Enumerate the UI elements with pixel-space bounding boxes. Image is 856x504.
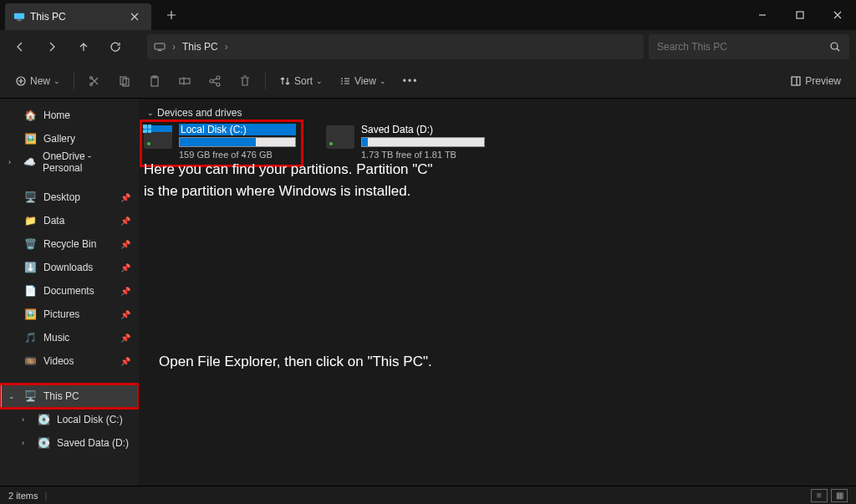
cut-button[interactable] (81, 69, 108, 94)
content-pane: ⌄ Devices and drives Local Disk (C:) 159… (139, 99, 856, 486)
paste-button[interactable] (141, 69, 168, 94)
tab-title: This PC (30, 11, 121, 23)
sidebar-item-downloads[interactable]: ⬇️Downloads📌 (0, 256, 139, 279)
pin-icon: 📌 (120, 310, 130, 319)
chevron-down-icon[interactable]: ⌄ (8, 392, 17, 400)
svg-rect-17 (792, 77, 800, 85)
svg-point-15 (217, 76, 220, 79)
maximize-button[interactable] (781, 0, 818, 30)
sidebar-item-local-disk-c[interactable]: ›💽Local Disk (C:) (0, 408, 139, 431)
chevron-down-icon: ⌄ (147, 109, 154, 117)
pc-path-icon (154, 41, 166, 53)
pin-icon: 📌 (120, 357, 130, 366)
drive-icon: 💽 (37, 413, 50, 426)
sidebar-item-this-pc[interactable]: ⌄🖥️This PC (0, 384, 139, 408)
back-button[interactable] (7, 33, 33, 60)
pc-icon: 🖥️ (23, 389, 37, 403)
chevron-down-icon: ⌄ (316, 77, 323, 85)
toolbar-divider (74, 73, 74, 89)
status-item-count: 2 items (8, 491, 38, 501)
share-button[interactable] (201, 69, 228, 94)
chevron-right-icon[interactable]: › (8, 158, 17, 166)
chevron-right-icon[interactable]: › (22, 415, 30, 424)
close-window-button[interactable] (818, 0, 856, 30)
downloads-icon: ⬇️ (23, 261, 37, 274)
tab-this-pc[interactable]: This PC (5, 3, 151, 30)
chevron-down-icon: ⌄ (54, 77, 60, 85)
drive-name: Local Disk (C:) (179, 124, 296, 135)
new-tab-button[interactable] (161, 5, 181, 25)
sidebar-item-music[interactable]: 🎵Music📌 (0, 326, 139, 349)
new-label: New (30, 75, 50, 87)
group-header-devices[interactable]: ⌄ Devices and drives (147, 107, 848, 119)
new-button[interactable]: New ⌄ (8, 69, 67, 94)
annotation-partitions: Here you can find your partitions. Parti… (144, 159, 445, 203)
music-icon: 🎵 (23, 331, 37, 344)
sidebar-item-home[interactable]: 🏠Home (0, 104, 139, 127)
pin-icon: 📌 (120, 216, 130, 226)
address-bar-row: › This PC › (0, 30, 856, 64)
tiles-view-button[interactable]: ▦ (831, 489, 848, 502)
pin-icon: 📌 (120, 193, 130, 202)
view-label: View (354, 75, 376, 87)
toolbar: New ⌄ Sort ⌄ View ⌄ ••• Preview (0, 64, 856, 99)
details-view-button[interactable]: ≡ (811, 489, 828, 502)
toolbar-divider (265, 73, 266, 89)
address-segment[interactable]: This PC (182, 41, 218, 53)
sidebar: 🏠Home 🖼️Gallery ›☁️OneDrive - Personal 🖥… (0, 99, 139, 486)
search-icon (829, 41, 841, 53)
rename-button[interactable] (171, 69, 198, 94)
chevron-right-icon: › (172, 41, 176, 53)
chevron-right-icon: › (225, 41, 228, 53)
pin-icon: 📌 (120, 263, 130, 272)
pin-icon: 📌 (120, 240, 130, 249)
svg-rect-13 (180, 79, 190, 84)
copy-button[interactable] (111, 69, 138, 94)
chevron-down-icon: ⌄ (380, 77, 386, 85)
close-tab-button[interactable] (126, 8, 143, 25)
preview-button[interactable]: Preview (783, 69, 848, 94)
cloud-icon: ☁️ (23, 155, 36, 169)
sidebar-item-recycle[interactable]: 🗑️Recycle Bin📌 (0, 232, 139, 256)
sidebar-item-data[interactable]: 📁Data📌 (0, 209, 139, 232)
drive-name: Saved Data (D:) (361, 124, 485, 135)
videos-icon: 🎞️ (23, 354, 37, 368)
view-button[interactable]: View ⌄ (333, 69, 393, 94)
desktop-icon: 🖥️ (23, 191, 37, 204)
chevron-right-icon[interactable]: › (22, 439, 30, 447)
sidebar-item-desktop[interactable]: 🖥️Desktop📌 (0, 186, 139, 209)
minimize-button[interactable] (743, 0, 781, 30)
storage-bar (179, 137, 296, 147)
pin-icon: 📌 (120, 287, 130, 296)
address-bar[interactable]: › This PC › (147, 34, 644, 59)
sidebar-item-videos[interactable]: 🎞️Videos📌 (0, 349, 139, 373)
folder-icon: 📁 (23, 214, 37, 227)
pictures-icon: 🖼️ (23, 308, 37, 321)
pin-icon: 📌 (120, 333, 130, 343)
delete-button[interactable] (232, 69, 258, 94)
sidebar-item-gallery[interactable]: 🖼️Gallery (0, 127, 139, 150)
search-box[interactable] (649, 34, 849, 59)
svg-rect-1 (17, 20, 21, 21)
sort-button[interactable]: Sort ⌄ (273, 69, 329, 94)
forward-button[interactable] (38, 33, 65, 60)
svg-rect-4 (158, 50, 161, 51)
sidebar-item-pictures[interactable]: 🖼️Pictures📌 (0, 303, 139, 326)
gallery-icon: 🖼️ (23, 132, 37, 145)
sidebar-item-documents[interactable]: 📄Documents📌 (0, 279, 139, 303)
drive-icon: 💽 (37, 436, 50, 450)
search-input[interactable] (657, 41, 829, 53)
refresh-button[interactable] (102, 33, 129, 60)
more-button[interactable]: ••• (396, 69, 425, 94)
svg-rect-11 (151, 77, 158, 86)
drive-icon (326, 125, 354, 149)
home-icon: 🏠 (23, 109, 37, 122)
sidebar-item-onedrive[interactable]: ›☁️OneDrive - Personal (0, 150, 139, 174)
sidebar-item-saved-data-d[interactable]: ›💽Saved Data (D:) (0, 431, 139, 455)
up-button[interactable] (70, 33, 97, 60)
svg-rect-2 (797, 12, 803, 18)
annotation-open-explorer: Open File Explorer, then click on "This … (159, 351, 460, 373)
sort-label: Sort (294, 75, 313, 87)
svg-rect-3 (155, 43, 165, 49)
drive-icon (144, 125, 172, 149)
